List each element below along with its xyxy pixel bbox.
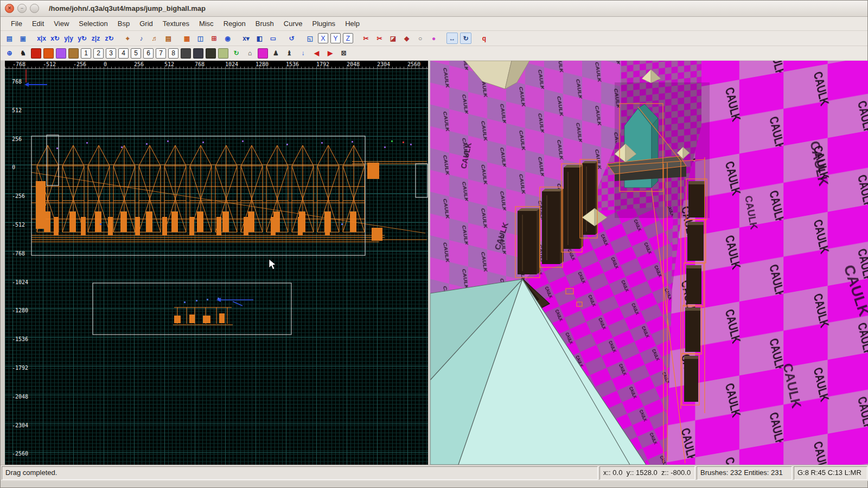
plugin-quick-button[interactable]: q (478, 33, 490, 44)
cubic-clip-button[interactable]: ↺ (286, 33, 297, 44)
3d-canvas[interactable]: CAULK CAULK CAULK CAULK CAULK (430, 61, 868, 465)
menu-edit[interactable]: Edit (27, 17, 49, 30)
ruler-top-label: -768 (12, 61, 25, 67)
clone-selection-button[interactable]: ◫ (195, 33, 206, 44)
texture-magenta-button[interactable] (258, 48, 268, 59)
entity-sheet-button[interactable]: ▤ (163, 33, 174, 44)
texture-light-stone-button[interactable] (218, 48, 228, 59)
download-arrow-button[interactable]: ↓ (297, 48, 309, 59)
y-axis-rotate-button[interactable]: y↻ (76, 33, 88, 44)
toolbar-separator (116, 33, 121, 44)
menu-view[interactable]: View (49, 17, 74, 30)
vertex-edit-button[interactable]: ◉ (222, 33, 233, 44)
x-axis-rotate-button[interactable]: x↻ (49, 33, 61, 44)
portals-globe-button[interactable]: ⊕ (4, 48, 15, 59)
window-y-button[interactable]: Y (330, 33, 341, 43)
make-detail-button[interactable]: ◆ (401, 33, 412, 44)
toolbar-separator (30, 33, 35, 44)
z-axis-flip-button[interactable]: z|z (90, 33, 101, 44)
entity-sound-button[interactable]: ♪ (136, 33, 147, 44)
model-icon-2-button[interactable]: ♝ (284, 48, 295, 59)
texture-orange-button[interactable] (43, 48, 54, 59)
menu-file[interactable]: File (6, 17, 27, 30)
texture-dark-wall-button[interactable] (193, 48, 203, 59)
y-axis-flip-button[interactable]: y|y (63, 33, 74, 44)
clipper-flip-button[interactable]: ✂ (374, 33, 385, 44)
menu-brush[interactable]: Brush (251, 17, 279, 30)
texture-dark-tile-button[interactable] (206, 48, 216, 59)
grid-size-3-button[interactable]: 3 (106, 48, 116, 59)
next-leak-spot-button[interactable]: ▶ (324, 48, 336, 59)
make-hollow-button[interactable]: ○ (414, 33, 426, 44)
split-views-button[interactable]: ◱ (304, 33, 316, 44)
sphere-tool-button[interactable]: ● (428, 33, 439, 44)
texture-dark-metal-button[interactable] (181, 48, 191, 59)
menu-selection[interactable]: Selection (74, 17, 112, 30)
model-runner-button[interactable]: ♞ (17, 48, 29, 59)
ruler-top-label: 1280 (256, 61, 269, 67)
grid-size-2-button[interactable]: 2 (93, 48, 104, 59)
translate-mode-button[interactable]: ↔ (446, 33, 458, 44)
grid-size-8-button[interactable]: 8 (168, 48, 178, 59)
prev-leak-spot-button[interactable]: ◀ (311, 48, 322, 59)
entity-angle-button[interactable]: ⌖ (122, 33, 133, 44)
clipper-tool-button[interactable]: ✂ (360, 33, 372, 44)
menu-help[interactable]: Help (340, 17, 365, 30)
brush-primitive-button[interactable]: ⌂ (244, 48, 256, 59)
application-window: ✕ − /home/john/.q3a/q3ut4/maps/jump_bigh… (0, 0, 868, 488)
rotate-mode-button[interactable]: ↻ (460, 33, 471, 44)
open-file-button[interactable]: ▤ (4, 33, 15, 44)
menu-plugins[interactable]: Plugins (307, 17, 340, 30)
window-x-button[interactable]: X (318, 33, 328, 43)
status-grid-info: G:8 R:45 C:13 L:MR (794, 466, 867, 480)
3d-view[interactable]: CAULK CAULK CAULK CAULK CAULK (430, 61, 868, 465)
grid-size-6-button[interactable]: 6 (143, 48, 154, 59)
toolbar-separator (175, 33, 180, 44)
grid-size-5-button[interactable]: 5 (131, 48, 141, 59)
model-icon-1-button[interactable]: ♟ (270, 48, 282, 59)
change-views-button[interactable]: x▾ (240, 33, 252, 44)
2d-view[interactable]: -768-512-2560256512768102412801536179220… (5, 61, 428, 465)
save-file-button[interactable]: ▣ (17, 33, 29, 44)
close-button[interactable]: ✕ (5, 4, 14, 13)
entity-model-button[interactable]: ♬ (149, 33, 161, 44)
no-clip-toggle-button[interactable]: ⊠ (338, 48, 349, 59)
ruler-top-label: 256 (134, 61, 144, 67)
grid-size-7-button[interactable]: 7 (156, 48, 166, 59)
ruler-top-label: 2048 (347, 61, 360, 67)
toolbar-separator (234, 33, 239, 44)
texture-brown-button[interactable] (68, 48, 79, 59)
statusbar: Drag completed. x:: 0.0 y:: 1528.0 z:: -… (1, 465, 868, 481)
texture-red-button[interactable] (31, 48, 41, 59)
camera-window-button[interactable]: ▭ (267, 33, 279, 44)
menu-bsp[interactable]: Bsp (113, 17, 135, 30)
ruler-top-label: 512 (164, 61, 174, 67)
titlebar[interactable]: ✕ − /home/john/.q3a/q3ut4/maps/jump_bigh… (1, 1, 867, 17)
cap-selection-button[interactable]: ◪ (387, 33, 399, 44)
texture-purple-button[interactable] (56, 48, 66, 59)
menu-grid[interactable]: Grid (135, 17, 158, 30)
menu-curve[interactable]: Curve (279, 17, 308, 30)
region-set-button[interactable]: ▦ (181, 33, 193, 44)
menu-region[interactable]: Region (219, 17, 251, 30)
z-axis-rotate-button[interactable]: z↻ (104, 33, 115, 44)
brush-wireframes (31, 145, 427, 242)
mouse-cursor (269, 259, 276, 269)
window-z-button[interactable]: Z (343, 33, 353, 43)
ruler-top-label: 0 (104, 61, 107, 67)
patch-grid-button[interactable]: ⊞ (208, 33, 220, 44)
menu-misc[interactable]: Misc (194, 17, 219, 30)
status-message: Drag completed. (2, 466, 598, 480)
texture-view-button[interactable]: ◧ (254, 33, 265, 44)
ruler-top-label: 768 (195, 61, 205, 67)
menu-textures[interactable]: Textures (158, 17, 194, 30)
x-axis-flip-button[interactable]: x|x (36, 33, 47, 44)
minimize-button[interactable]: − (17, 4, 27, 13)
grid-size-1-button[interactable]: 1 (81, 48, 91, 59)
recalculate-button[interactable]: ↻ (231, 48, 242, 59)
2d-wireframe-canvas[interactable]: Z (5, 61, 428, 465)
toolbar-separator (298, 33, 303, 44)
maximize-button[interactable] (30, 4, 39, 13)
grid-size-4-button[interactable]: 4 (118, 48, 129, 59)
status-position: x:: 0.0 y:: 1528.0 z:: -800.0 (599, 466, 695, 480)
